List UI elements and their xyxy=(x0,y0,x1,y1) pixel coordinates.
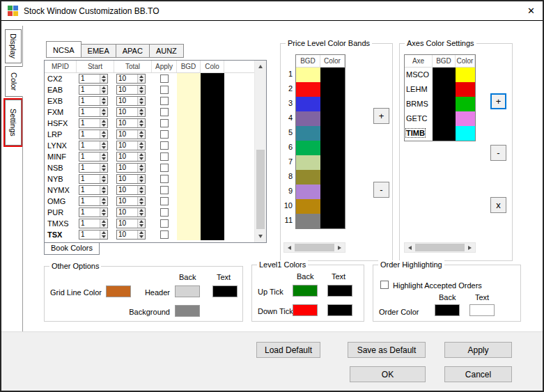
color-cell[interactable] xyxy=(201,95,224,107)
up-tick-back-swatch[interactable] xyxy=(293,285,318,297)
apply-checkbox[interactable] xyxy=(160,108,169,116)
spinner-arrows[interactable] xyxy=(137,186,145,194)
spinner-arrows[interactable] xyxy=(100,97,107,105)
start-spinner[interactable]: 1 xyxy=(79,130,108,139)
color-cell[interactable] xyxy=(201,140,224,151)
axe-label[interactable]: BRMS xyxy=(406,100,428,108)
start-spinner[interactable]: 1 xyxy=(79,85,108,95)
color-cell[interactable] xyxy=(201,151,224,162)
start-spinner[interactable]: 1 xyxy=(79,230,108,240)
color-cell[interactable] xyxy=(320,97,345,111)
apply-checkbox[interactable] xyxy=(160,230,169,239)
spinner-arrows[interactable] xyxy=(100,86,107,94)
order-text-swatch[interactable] xyxy=(469,304,495,316)
spinner-arrows[interactable] xyxy=(137,97,145,105)
color-cell[interactable] xyxy=(201,162,224,173)
start-spinner[interactable]: 1 xyxy=(79,118,108,128)
spinner-arrows[interactable] xyxy=(100,219,107,228)
color-cell[interactable] xyxy=(320,199,345,214)
bgd-color-cell[interactable] xyxy=(296,214,320,228)
save-as-default-button[interactable]: Save as Default xyxy=(348,342,426,358)
axe-label[interactable]: MSCO xyxy=(406,70,429,79)
color-cell[interactable] xyxy=(201,207,224,218)
spinner-arrows[interactable] xyxy=(137,130,145,139)
grid-line-color-swatch[interactable] xyxy=(106,285,131,297)
bgd-color-cell[interactable] xyxy=(296,68,320,82)
apply-checkbox[interactable] xyxy=(160,130,169,139)
bgd-color-cell[interactable] xyxy=(177,73,201,84)
spinner-arrows[interactable] xyxy=(100,175,107,183)
bgd-color-cell[interactable] xyxy=(177,196,201,207)
bgd-color-cell[interactable] xyxy=(177,140,201,151)
scroll-up-button[interactable] xyxy=(255,61,266,72)
scroll-right-button[interactable] xyxy=(334,243,345,252)
tab-aunz[interactable]: AUNZ xyxy=(149,44,184,58)
axes-remove-button[interactable]: - xyxy=(490,145,506,161)
sidebar-tab-display[interactable]: Display xyxy=(5,29,22,63)
scroll-thumb[interactable] xyxy=(256,150,265,229)
color-cell[interactable] xyxy=(201,229,224,240)
spinner-arrows[interactable] xyxy=(100,197,107,205)
bgd-color-cell[interactable] xyxy=(177,95,201,107)
start-spinner[interactable]: 1 xyxy=(79,207,108,217)
order-back-swatch[interactable] xyxy=(435,304,460,316)
color-cell[interactable] xyxy=(456,82,475,97)
bgd-color-cell[interactable] xyxy=(433,111,456,126)
spinner-arrows[interactable] xyxy=(137,141,145,150)
color-cell[interactable] xyxy=(320,141,345,155)
color-cell[interactable] xyxy=(456,68,475,82)
scroll-down-button[interactable] xyxy=(255,230,266,242)
total-spinner[interactable]: 10 xyxy=(116,230,146,240)
axes-add-button[interactable]: + xyxy=(490,93,506,109)
axes-horizontal-scrollbar[interactable] xyxy=(404,242,476,253)
bgd-color-cell[interactable] xyxy=(433,126,456,141)
scroll-thumb[interactable] xyxy=(295,244,334,251)
bgd-color-cell[interactable] xyxy=(177,151,201,162)
start-spinner[interactable]: 1 xyxy=(79,141,108,150)
down-tick-back-swatch[interactable] xyxy=(293,304,318,316)
spinner-arrows[interactable] xyxy=(100,230,107,239)
bgd-color-cell[interactable] xyxy=(177,118,201,129)
tab-ncsa[interactable]: NCSA xyxy=(46,41,81,58)
apply-button[interactable]: Apply xyxy=(444,342,512,358)
bgd-color-cell[interactable] xyxy=(296,155,320,170)
bgd-color-cell[interactable] xyxy=(177,107,201,118)
total-spinner[interactable]: 10 xyxy=(116,74,146,84)
color-cell[interactable] xyxy=(320,111,345,126)
titlebar[interactable]: Stock Window Customization BB.TO ✕ xyxy=(1,1,543,21)
color-cell[interactable] xyxy=(320,82,345,97)
book-colors-tab[interactable]: Book Colors xyxy=(44,243,100,255)
spinner-arrows[interactable] xyxy=(137,86,145,94)
spinner-arrows[interactable] xyxy=(137,208,145,217)
ok-button[interactable]: OK xyxy=(350,366,426,382)
bgd-color-cell[interactable] xyxy=(177,129,201,140)
bgd-color-cell[interactable] xyxy=(177,207,201,218)
spinner-arrows[interactable] xyxy=(100,141,107,150)
background-color-swatch[interactable] xyxy=(175,305,200,317)
spinner-arrows[interactable] xyxy=(137,219,145,228)
total-spinner[interactable]: 10 xyxy=(116,85,146,95)
total-spinner[interactable]: 10 xyxy=(116,96,146,106)
color-cell[interactable] xyxy=(201,118,224,129)
apply-checkbox[interactable] xyxy=(160,119,169,127)
scroll-thumb[interactable] xyxy=(415,244,465,251)
cancel-button[interactable]: Cancel xyxy=(444,366,512,382)
start-spinner[interactable]: 1 xyxy=(79,196,108,206)
tab-emea[interactable]: EMEA xyxy=(81,44,116,58)
total-spinner[interactable]: 10 xyxy=(116,174,146,184)
color-cell[interactable] xyxy=(201,129,224,140)
price-remove-button[interactable]: - xyxy=(373,182,389,198)
total-spinner[interactable]: 10 xyxy=(116,130,146,139)
bgd-color-cell[interactable] xyxy=(433,68,456,82)
sidebar-tab-color[interactable]: Color xyxy=(5,66,23,97)
spinner-arrows[interactable] xyxy=(100,108,107,116)
bgd-color-cell[interactable] xyxy=(296,141,320,155)
start-spinner[interactable]: 1 xyxy=(79,219,108,228)
color-cell[interactable] xyxy=(201,173,224,185)
apply-checkbox[interactable] xyxy=(160,197,169,205)
bgd-color-cell[interactable] xyxy=(296,82,320,97)
total-spinner[interactable]: 10 xyxy=(116,118,146,128)
mpid-vertical-scrollbar[interactable] xyxy=(254,61,266,242)
price-horizontal-scrollbar[interactable] xyxy=(283,242,345,253)
highlight-accepted-checkbox[interactable] xyxy=(380,281,389,289)
